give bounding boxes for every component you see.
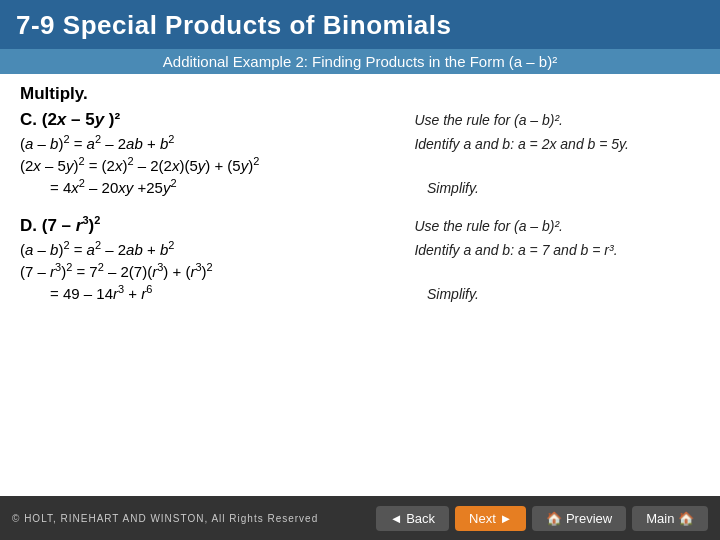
footer-bar: © HOLT, RINEHART AND WINSTON, All Rights… <box>0 496 720 540</box>
section-d-header-row: D. (7 – r3)2 Use the rule for (a – b)². <box>20 214 700 236</box>
section-c-expansion: (2x – 5y)2 = (2x)2 – 2(2x)(5y) + (5y)2 <box>20 155 414 174</box>
section-d-line2: (7 – r3)2 = 72 – 2(7)(r3) + (r3)2 <box>20 261 700 280</box>
section-c-line2: (2x – 5y)2 = (2x)2 – 2(2x)(5y) + (5y)2 <box>20 155 700 174</box>
next-button[interactable]: Next ► <box>455 506 526 531</box>
section-d-line3: = 49 – 14r3 + r6 Simplify. <box>20 283 700 302</box>
copyright-text: © HOLT, RINEHART AND WINSTON, All Rights… <box>12 513 318 524</box>
section-c-simplified: = 4x2 – 20xy +25y2 <box>50 177 427 196</box>
preview-icon: 🏠 <box>546 511 562 526</box>
section-c-rule: Use the rule for (a – b)². <box>414 112 700 128</box>
main-button[interactable]: Main 🏠 <box>632 506 708 531</box>
main-icon: 🏠 <box>678 511 694 526</box>
preview-button[interactable]: 🏠 Preview <box>532 506 626 531</box>
section-d-rule: Use the rule for (a – b)². <box>414 218 700 234</box>
main-label: Main <box>646 511 678 526</box>
section-d-header: D. (7 – r3)2 <box>20 214 414 236</box>
section-d-expansion: (7 – r3)2 = 72 – 2(7)(r3) + (r3)2 <box>20 261 414 280</box>
page-title: 7-9 Special Products of Binomials <box>16 10 452 40</box>
section-d-identify: Identify a and b: a = 7 and b = r³. <box>414 242 700 258</box>
section-d-simplify: Simplify. <box>427 286 700 302</box>
section-d: D. (7 – r3)2 Use the rule for (a – b)². … <box>20 214 700 302</box>
section-c-formula: (a – b)2 = a2 – 2ab + b2 <box>20 133 414 152</box>
preview-label: Preview <box>566 511 612 526</box>
back-button[interactable]: ◄ Back <box>376 506 449 531</box>
subheader-text: Additional Example 2: Finding Products i… <box>163 53 557 70</box>
section-c-identify: Identify a and b: a = 2x and b = 5y. <box>414 136 700 152</box>
section-c: C. (2x – 5y )² Use the rule for (a – b)²… <box>20 110 700 196</box>
section-c-line3: = 4x2 – 20xy +25y2 Simplify. <box>20 177 700 196</box>
section-c-line1: (a – b)2 = a2 – 2ab + b2 Identify a and … <box>20 133 700 152</box>
section-d-simplified: = 49 – 14r3 + r6 <box>50 283 427 302</box>
section-c-header: C. (2x – 5y )² <box>20 110 414 130</box>
section-c-simplify: Simplify. <box>427 180 700 196</box>
multiply-label: Multiply. <box>20 84 700 104</box>
section-c-header-row: C. (2x – 5y )² Use the rule for (a – b)²… <box>20 110 700 130</box>
section-d-formula: (a – b)2 = a2 – 2ab + b2 <box>20 239 414 258</box>
section-d-line1: (a – b)2 = a2 – 2ab + b2 Identify a and … <box>20 239 700 258</box>
subheader-bar: Additional Example 2: Finding Products i… <box>0 49 720 74</box>
main-content: Multiply. C. (2x – 5y )² Use the rule fo… <box>0 74 720 365</box>
page-header: 7-9 Special Products of Binomials <box>0 0 720 49</box>
nav-buttons: ◄ Back Next ► 🏠 Preview Main 🏠 <box>376 506 708 531</box>
